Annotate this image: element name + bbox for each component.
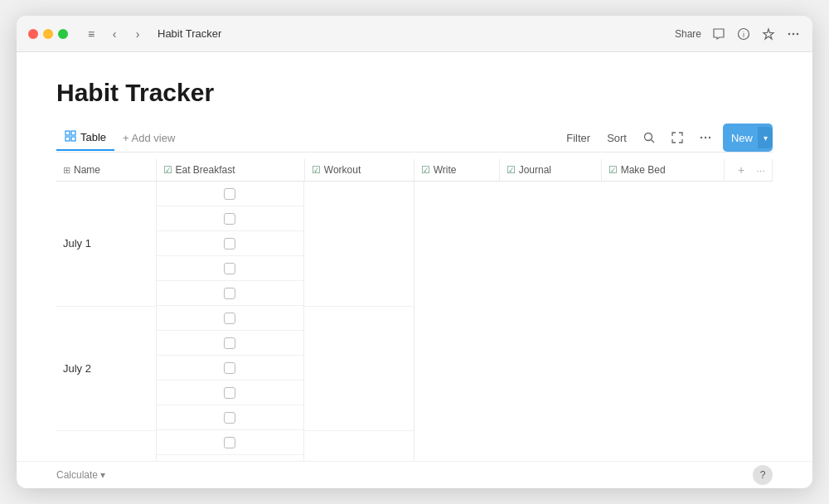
svg-point-10 xyxy=(644,133,652,141)
col-header-journal: ☑ Journal xyxy=(499,159,601,182)
help-button[interactable]: ? xyxy=(753,465,773,485)
row-workout-cell xyxy=(157,331,305,356)
tab-table[interactable]: Table xyxy=(56,125,114,151)
info-icon[interactable]: i xyxy=(736,27,751,41)
col-eat-breakfast-label: Eat Breakfast xyxy=(176,164,235,176)
row-name-cell: July 2 xyxy=(56,306,156,430)
new-button-arrow[interactable]: ▾ xyxy=(758,127,773,148)
row-write-cell xyxy=(157,231,305,256)
col-header-eat-breakfast: ☑ Eat Breakfast xyxy=(156,159,304,182)
col-workout-label: Workout xyxy=(324,164,361,176)
checkbox-workout[interactable] xyxy=(224,213,235,225)
svg-line-11 xyxy=(651,140,654,143)
write-checkbox-icon: ☑ xyxy=(421,164,430,176)
row-make-bed-cell xyxy=(157,281,305,306)
row-extra-cell xyxy=(304,430,414,461)
make-bed-checkbox-icon: ☑ xyxy=(608,164,618,176)
footer: Calculate ▾ ? xyxy=(17,461,812,488)
toolbar-right: Filter Sort New ▾ xyxy=(561,124,773,152)
row-journal-cell xyxy=(157,380,305,405)
checkbox-eat-breakfast[interactable] xyxy=(224,437,235,448)
row-make-bed-cell xyxy=(157,405,305,430)
titlebar-nav: ≡ ‹ › xyxy=(81,24,148,44)
svg-rect-9 xyxy=(71,137,75,141)
eat-breakfast-checkbox-icon: ☑ xyxy=(163,164,172,176)
add-view-button[interactable]: + Add view xyxy=(114,127,183,149)
add-column-icon[interactable]: + xyxy=(731,163,751,177)
col-header-make-bed: ☑ Make Bed xyxy=(601,159,724,182)
journal-checkbox-icon: ☑ xyxy=(507,164,516,176)
more-options-icon[interactable] xyxy=(695,127,716,148)
name-icon: ⊞ xyxy=(63,165,70,176)
svg-point-12 xyxy=(701,137,702,138)
col-name-label: Name xyxy=(74,164,100,176)
calculate-label: Calculate xyxy=(56,469,98,481)
col-add-button[interactable]: + ··· xyxy=(724,159,772,182)
row-extra-cell xyxy=(304,182,414,307)
close-button[interactable] xyxy=(28,29,38,39)
row-eat-breakfast-cell xyxy=(157,430,305,455)
sort-button[interactable]: Sort xyxy=(602,129,632,147)
svg-rect-6 xyxy=(65,131,70,135)
checkbox-make-bed[interactable] xyxy=(224,288,235,299)
page-title-bar: Habit Tracker xyxy=(158,27,221,40)
calculate-button[interactable]: Calculate ▾ xyxy=(56,469,105,481)
table-row: July 1 xyxy=(56,182,773,307)
checkbox-eat-breakfast[interactable] xyxy=(224,188,235,200)
filter-button[interactable]: Filter xyxy=(561,129,595,147)
col-header-workout: ☑ Workout xyxy=(304,159,414,182)
checkbox-write[interactable] xyxy=(224,238,235,250)
main-window: ≡ ‹ › Habit Tracker Share i xyxy=(17,16,812,488)
expand-icon[interactable] xyxy=(667,127,688,148)
svg-marker-2 xyxy=(764,29,773,39)
traffic-lights xyxy=(28,29,68,39)
row-workout-cell xyxy=(157,455,305,461)
back-button[interactable]: ‹ xyxy=(104,24,124,44)
table-row: July 2 xyxy=(56,306,773,430)
row-eat-breakfast-cell xyxy=(157,182,305,206)
col-header-name: ⊞ Name xyxy=(56,159,156,182)
checkbox-journal[interactable] xyxy=(224,387,235,399)
comment-icon[interactable] xyxy=(711,27,726,41)
new-button-label: New xyxy=(731,132,753,144)
titlebar: ≡ ‹ › Habit Tracker Share i xyxy=(17,16,812,52)
svg-point-3 xyxy=(788,32,791,35)
workout-checkbox-icon: ☑ xyxy=(312,164,321,176)
forward-button[interactable]: › xyxy=(128,24,148,44)
row-write-cell xyxy=(157,356,305,380)
calculate-chevron: ▾ xyxy=(100,469,105,481)
svg-rect-8 xyxy=(65,137,70,141)
col-journal-label: Journal xyxy=(519,164,551,176)
data-table: ⊞ Name ☑ Eat Breakfast ☑ xyxy=(56,159,773,461)
star-icon[interactable] xyxy=(761,27,776,41)
menu-icon[interactable]: ≡ xyxy=(81,24,101,44)
new-button[interactable]: New ▾ xyxy=(723,124,773,152)
svg-text:i: i xyxy=(743,31,744,39)
checkbox-write[interactable] xyxy=(224,362,235,374)
tab-table-label: Table xyxy=(80,131,106,143)
table-body: July 1July 2July 3July 4July 5July 6July… xyxy=(56,182,773,462)
col-header-write: ☑ Write xyxy=(414,159,499,182)
minimize-button[interactable] xyxy=(43,29,53,39)
svg-point-14 xyxy=(709,137,710,138)
main-content: Habit Tracker Table + Add view Filter So… xyxy=(17,52,812,461)
more-icon[interactable] xyxy=(786,27,801,41)
checkbox-eat-breakfast[interactable] xyxy=(224,313,235,324)
row-workout-cell xyxy=(157,206,305,231)
add-view-label: + Add view xyxy=(123,132,175,144)
checkbox-journal[interactable] xyxy=(224,263,235,274)
more-columns-icon[interactable]: ··· xyxy=(756,164,765,177)
svg-point-4 xyxy=(793,32,795,35)
search-button[interactable] xyxy=(638,127,660,148)
checkbox-make-bed[interactable] xyxy=(224,412,235,424)
table-icon xyxy=(65,130,76,144)
page-title: Habit Tracker xyxy=(56,79,773,107)
table-header-row: ⊞ Name ☑ Eat Breakfast ☑ xyxy=(56,159,773,182)
col-make-bed-label: Make Bed xyxy=(621,164,666,176)
row-eat-breakfast-cell xyxy=(157,306,305,331)
checkbox-workout[interactable] xyxy=(224,337,235,349)
data-table-wrapper: ⊞ Name ☑ Eat Breakfast ☑ xyxy=(56,159,773,461)
row-name-cell: July 3 xyxy=(56,430,156,461)
maximize-button[interactable] xyxy=(58,29,68,39)
share-button[interactable]: Share xyxy=(675,28,701,40)
